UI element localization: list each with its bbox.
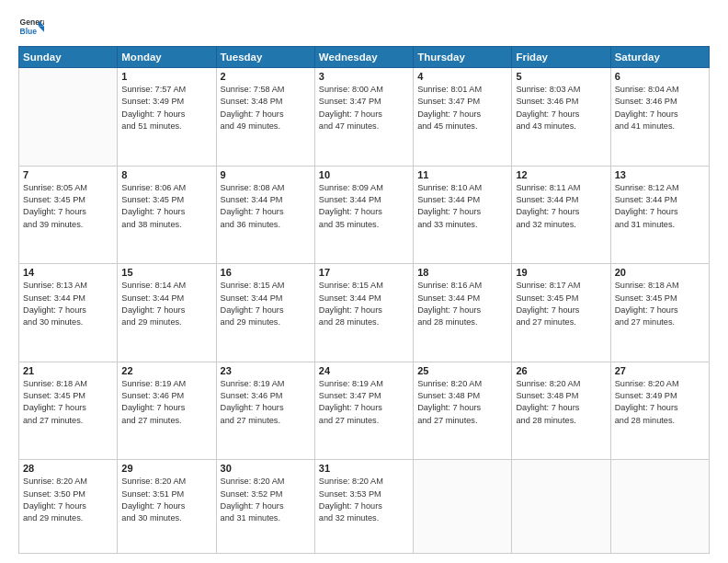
day-number: 9 [221,169,311,180]
cell-info: Sunrise: 8:20 AMSunset: 3:48 PMDaylight:… [417,378,507,427]
svg-text:Blue: Blue [20,27,38,36]
calendar-cell: 15Sunrise: 8:14 AMSunset: 3:44 PMDayligh… [118,264,216,362]
cell-info: Sunrise: 8:19 AMSunset: 3:46 PMDaylight:… [221,378,311,427]
cell-info: Sunrise: 8:08 AMSunset: 3:44 PMDaylight:… [221,182,311,231]
calendar-cell: 11Sunrise: 8:10 AMSunset: 3:44 PMDayligh… [414,166,512,264]
cell-info: Sunrise: 8:06 AMSunset: 3:45 PMDaylight:… [121,182,211,231]
cell-info: Sunrise: 8:20 AMSunset: 3:53 PMDaylight:… [319,476,409,524]
calendar-cell: 24Sunrise: 8:19 AMSunset: 3:47 PMDayligh… [314,362,413,460]
day-number: 10 [319,169,409,180]
calendar-cell: 6Sunrise: 8:04 AMSunset: 3:46 PMDaylight… [610,68,709,167]
day-number: 15 [121,267,211,278]
calendar-cell: 12Sunrise: 8:11 AMSunset: 3:44 PMDayligh… [512,166,610,264]
calendar-cell: 25Sunrise: 8:20 AMSunset: 3:48 PMDayligh… [414,362,512,460]
calendar-header-row: SundayMondayTuesdayWednesdayThursdayFrid… [19,47,710,68]
calendar-cell: 13Sunrise: 8:12 AMSunset: 3:44 PMDayligh… [610,166,709,264]
day-number: 2 [221,71,311,82]
day-number: 13 [615,169,705,180]
cell-info: Sunrise: 7:58 AMSunset: 3:48 PMDaylight:… [221,84,311,132]
calendar-cell: 14Sunrise: 8:13 AMSunset: 3:44 PMDayligh… [19,264,118,362]
day-number: 4 [417,71,507,82]
day-number: 27 [615,365,705,376]
calendar-cell: 2Sunrise: 7:58 AMSunset: 3:48 PMDaylight… [216,68,314,167]
cell-info: Sunrise: 8:01 AMSunset: 3:47 PMDaylight:… [417,84,507,132]
cell-info: Sunrise: 8:19 AMSunset: 3:47 PMDaylight:… [319,378,409,427]
cell-info: Sunrise: 8:13 AMSunset: 3:44 PMDaylight:… [23,280,113,328]
day-number: 5 [516,71,606,82]
day-number: 29 [121,463,211,474]
day-number: 8 [121,169,211,180]
col-header-sunday: Sunday [19,47,118,68]
calendar-cell: 23Sunrise: 8:19 AMSunset: 3:46 PMDayligh… [216,362,314,460]
day-number: 18 [417,267,507,278]
col-header-tuesday: Tuesday [216,47,314,68]
col-header-wednesday: Wednesday [314,47,413,68]
calendar-cell: 22Sunrise: 8:19 AMSunset: 3:46 PMDayligh… [118,362,216,460]
day-number: 19 [516,267,606,278]
calendar-cell: 1Sunrise: 7:57 AMSunset: 3:49 PMDaylight… [118,68,216,167]
cell-info: Sunrise: 8:09 AMSunset: 3:44 PMDaylight:… [319,182,409,231]
calendar-cell [512,460,610,554]
logo: General Blue [18,15,44,40]
calendar-cell [19,68,118,167]
col-header-friday: Friday [512,47,610,68]
calendar-week-row: 14Sunrise: 8:13 AMSunset: 3:44 PMDayligh… [19,264,710,362]
day-number: 23 [221,365,311,376]
cell-info: Sunrise: 8:15 AMSunset: 3:44 PMDaylight:… [319,280,409,328]
calendar-cell: 7Sunrise: 8:05 AMSunset: 3:45 PMDaylight… [19,166,118,264]
col-header-monday: Monday [118,47,216,68]
cell-info: Sunrise: 8:05 AMSunset: 3:45 PMDaylight:… [23,182,113,231]
cell-info: Sunrise: 8:11 AMSunset: 3:44 PMDaylight:… [516,182,606,231]
calendar-week-row: 1Sunrise: 7:57 AMSunset: 3:49 PMDaylight… [19,68,710,167]
calendar-cell: 26Sunrise: 8:20 AMSunset: 3:48 PMDayligh… [512,362,610,460]
day-number: 21 [23,365,113,376]
calendar-cell: 27Sunrise: 8:20 AMSunset: 3:49 PMDayligh… [610,362,709,460]
day-number: 24 [319,365,409,376]
calendar-cell: 21Sunrise: 8:18 AMSunset: 3:45 PMDayligh… [19,362,118,460]
cell-info: Sunrise: 8:20 AMSunset: 3:50 PMDaylight:… [23,476,113,524]
cell-info: Sunrise: 8:16 AMSunset: 3:44 PMDaylight:… [417,280,507,328]
day-number: 25 [417,365,507,376]
cell-info: Sunrise: 8:17 AMSunset: 3:45 PMDaylight:… [516,280,606,328]
calendar-cell: 29Sunrise: 8:20 AMSunset: 3:51 PMDayligh… [118,460,216,554]
day-number: 26 [516,365,606,376]
day-number: 17 [319,267,409,278]
day-number: 31 [319,463,409,474]
calendar-cell: 16Sunrise: 8:15 AMSunset: 3:44 PMDayligh… [216,264,314,362]
header: General Blue [18,15,710,40]
cell-info: Sunrise: 8:10 AMSunset: 3:44 PMDaylight:… [417,182,507,231]
calendar-cell: 28Sunrise: 8:20 AMSunset: 3:50 PMDayligh… [19,460,118,554]
cell-info: Sunrise: 8:20 AMSunset: 3:48 PMDaylight:… [516,378,606,427]
cell-info: Sunrise: 8:03 AMSunset: 3:46 PMDaylight:… [516,84,606,132]
cell-info: Sunrise: 8:18 AMSunset: 3:45 PMDaylight:… [615,280,705,328]
calendar-cell: 31Sunrise: 8:20 AMSunset: 3:53 PMDayligh… [314,460,413,554]
calendar-cell [610,460,709,554]
col-header-thursday: Thursday [414,47,512,68]
cell-info: Sunrise: 8:14 AMSunset: 3:44 PMDaylight:… [121,280,211,328]
calendar-cell: 30Sunrise: 8:20 AMSunset: 3:52 PMDayligh… [216,460,314,554]
day-number: 3 [319,71,409,82]
day-number: 28 [23,463,113,474]
day-number: 16 [221,267,311,278]
calendar-table: SundayMondayTuesdayWednesdayThursdayFrid… [18,46,710,554]
cell-info: Sunrise: 8:18 AMSunset: 3:45 PMDaylight:… [23,378,113,427]
calendar-cell: 5Sunrise: 8:03 AMSunset: 3:46 PMDaylight… [512,68,610,167]
calendar-week-row: 28Sunrise: 8:20 AMSunset: 3:50 PMDayligh… [19,460,710,554]
logo-icon: General Blue [18,15,44,40]
cell-info: Sunrise: 8:12 AMSunset: 3:44 PMDaylight:… [615,182,705,231]
cell-info: Sunrise: 8:20 AMSunset: 3:52 PMDaylight:… [221,476,311,524]
day-number: 22 [121,365,211,376]
calendar-cell: 18Sunrise: 8:16 AMSunset: 3:44 PMDayligh… [414,264,512,362]
day-number: 20 [615,267,705,278]
calendar-cell: 8Sunrise: 8:06 AMSunset: 3:45 PMDaylight… [118,166,216,264]
calendar-cell: 4Sunrise: 8:01 AMSunset: 3:47 PMDaylight… [414,68,512,167]
page: General Blue SundayMondayTuesdayWednesda… [0,0,728,563]
calendar-cell: 17Sunrise: 8:15 AMSunset: 3:44 PMDayligh… [314,264,413,362]
day-number: 11 [417,169,507,180]
cell-info: Sunrise: 8:20 AMSunset: 3:51 PMDaylight:… [121,476,211,524]
day-number: 7 [23,169,113,180]
day-number: 1 [121,71,211,82]
calendar-cell: 3Sunrise: 8:00 AMSunset: 3:47 PMDaylight… [314,68,413,167]
cell-info: Sunrise: 8:19 AMSunset: 3:46 PMDaylight:… [121,378,211,427]
cell-info: Sunrise: 8:20 AMSunset: 3:49 PMDaylight:… [615,378,705,427]
